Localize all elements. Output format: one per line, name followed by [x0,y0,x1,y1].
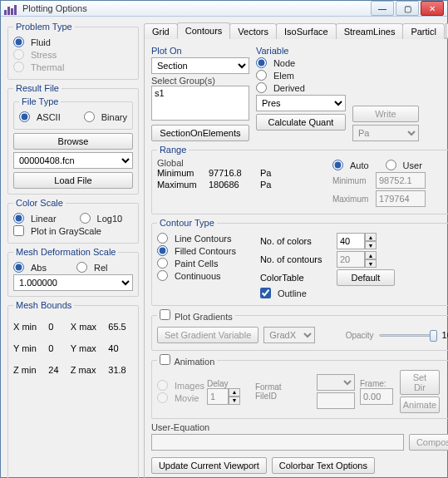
section-on-elements-button[interactable]: SectionOnElements [151,125,249,141]
animate-button[interactable]: Animate [400,397,440,413]
update-viewport-button[interactable]: Update Current Viewport [151,457,267,474]
opacity-value: 100 [442,330,448,340]
format-select[interactable] [317,374,355,391]
problem-type-legend: Problem Type [13,22,75,32]
xmax-label: X max [71,322,103,332]
load-file-button[interactable]: Load File [13,172,133,189]
compose-button[interactable]: Compose [409,434,448,451]
grad-comp-select[interactable]: GradX [263,327,315,343]
tab-contours[interactable]: Contours [177,22,231,39]
stress-label: Stress [31,50,57,60]
quant-select[interactable]: Pres [256,95,346,111]
color-scale-group: Color Scale Linear Log10 Plot in GraySca… [7,198,139,244]
setdir-button[interactable]: Set Dir [400,370,440,395]
default-button[interactable]: Default [337,269,395,286]
var-elem-label: Elem [273,71,294,81]
write-button[interactable]: Write [352,106,419,122]
rel-radio[interactable] [76,262,87,273]
linear-radio[interactable] [13,213,24,224]
file-select[interactable]: 00000408.fcn [13,152,133,169]
fileid-label: FileID [255,392,313,401]
ploton-select[interactable]: Section [151,57,249,74]
animation-legend: Animation [174,357,214,367]
browse-button[interactable]: Browse [13,133,133,150]
global-label: Global [157,158,327,168]
mesh-def-legend: Mesh Deformation Scale [13,247,118,257]
grayscale-check[interactable] [13,225,24,236]
tab-vectors[interactable]: Vectors [229,23,277,39]
format-label: Format [255,382,313,392]
binary-radio[interactable] [84,111,95,122]
contour-type-legend: Contour Type [157,218,217,228]
up-icon[interactable]: ▲ [365,233,377,241]
range-auto-radio[interactable] [332,160,343,170]
outline-check[interactable] [260,288,271,298]
gradients-check[interactable] [160,309,170,320]
units-select[interactable]: Pa [352,125,419,141]
log10-radio[interactable] [80,213,91,224]
ncolors-label: No. of colors [260,236,332,246]
stress-radio [13,49,24,60]
ct-paint-label: Paint Cells [175,259,219,269]
ascii-radio[interactable] [19,111,30,122]
tab-isosurface[interactable]: IsoSurface [276,23,337,39]
close-button[interactable]: ✕ [421,1,444,16]
gradients-legend: Plot Gradients [175,312,233,322]
select-groups-input[interactable] [151,86,249,121]
animation-group: Animation Images Movie Delay ▲▼ Format F [151,354,448,419]
color-scale-legend: Color Scale [13,198,66,208]
ctable-label: ColorTable [260,273,332,283]
down-icon[interactable]: ▼ [365,241,377,249]
ncolors-spin[interactable]: ▲▼ [337,233,377,249]
contours-panel: Plot On Section Select Group(s) SectionO… [144,39,448,478]
xmax-val: 65.5 [108,322,133,332]
down-icon[interactable]: ▼ [365,259,377,268]
abs-radio[interactable] [13,262,24,273]
var-derived-radio[interactable] [256,82,267,93]
set-grad-var-button[interactable]: Set Gradient Variable [157,327,258,343]
frame-input[interactable] [360,388,393,405]
min-label: Minimum [157,168,204,178]
tab-grid[interactable]: Grid [144,23,178,39]
maximize-button[interactable]: ▢ [396,1,419,16]
ct-cont-radio[interactable] [157,270,168,281]
ct-filled-radio[interactable] [157,245,168,256]
binary-label: Binary [101,112,127,122]
minimize-button[interactable]: ― [371,1,394,16]
animation-check[interactable] [160,354,170,365]
thermal-label: Thermal [31,62,64,72]
up-icon[interactable]: ▲ [229,388,240,397]
ymax-val: 40 [108,343,133,353]
mesh-def-value[interactable]: 1.000000 [13,274,133,291]
window-title: Plotting Options [22,3,371,13]
up-icon[interactable]: ▲ [365,251,377,259]
zmax-label: Z max [71,365,103,375]
umax-input[interactable] [376,190,426,207]
ncontours-input[interactable] [337,251,365,268]
fluid-radio[interactable] [13,37,24,47]
down-icon[interactable]: ▼ [229,397,240,405]
ct-line-radio[interactable] [157,233,168,244]
usereq-label: User-Equation [151,422,448,432]
max-label: Maximum [157,180,204,190]
fileid-input[interactable] [317,392,355,409]
calc-quant-button[interactable]: Calculate Quant [256,114,346,131]
var-elem-radio[interactable] [256,70,267,81]
ct-paint-radio[interactable] [157,258,168,269]
var-node-radio[interactable] [256,57,267,68]
tab-particles[interactable]: Particl [402,23,445,39]
delay-spin[interactable]: ▲▼ [207,388,240,405]
usereq-input[interactable] [151,434,404,451]
tab-streamlines[interactable]: StreamLines [336,23,404,39]
app-icon [4,2,17,15]
umax-label: Maximum [332,195,371,204]
fluid-label: Fluid [31,37,51,47]
delay-input[interactable] [207,388,229,405]
ncontours-spin[interactable]: ▲▼ [337,251,377,268]
colorbar-text-button[interactable]: Colorbar Text Options [272,457,375,474]
umin-input[interactable] [376,172,426,189]
opacity-slider[interactable] [379,329,437,341]
result-file-group: Result File File Type ASCII Binary Brows… [7,83,139,195]
ncolors-input[interactable] [337,233,365,249]
range-user-radio[interactable] [386,160,396,170]
